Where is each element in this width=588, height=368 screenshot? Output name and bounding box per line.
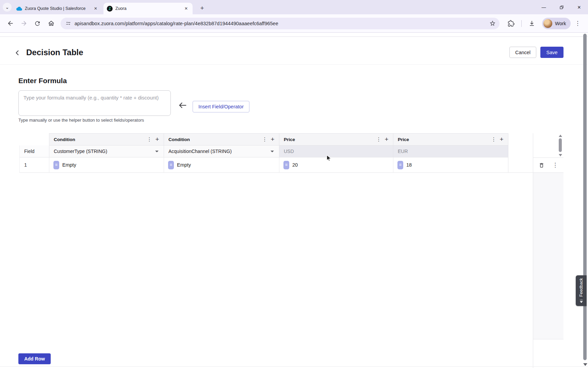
new-tab-button[interactable]: + bbox=[197, 3, 207, 13]
page-content: Decision Table Cancel Save Enter Formula… bbox=[0, 33, 588, 368]
tab-close-icon[interactable]: ✕ bbox=[183, 5, 189, 12]
operator-badge[interactable]: = bbox=[397, 161, 403, 169]
minimize-button[interactable]: — bbox=[535, 0, 553, 14]
field-dropdown-customertype[interactable]: CustomerType (STRING) bbox=[49, 145, 164, 157]
window-controls: — ✕ bbox=[535, 0, 588, 14]
column-menu-icon[interactable]: ⋮ bbox=[375, 136, 382, 142]
column-header-price-2: Price ⋮ + bbox=[393, 133, 508, 145]
column-menu-icon[interactable]: ⋮ bbox=[490, 136, 497, 142]
zuora-favicon: Z bbox=[107, 6, 113, 12]
operator-badge[interactable]: = bbox=[53, 161, 59, 169]
megaphone-icon bbox=[579, 299, 584, 303]
cell-value[interactable]: Empty bbox=[177, 162, 191, 168]
row-menu-button[interactable]: ⋮ bbox=[552, 162, 558, 169]
cell-price-eur[interactable]: = 18 bbox=[393, 157, 508, 173]
table-vertical-scrollbar[interactable] bbox=[558, 134, 563, 156]
cancel-button[interactable]: Cancel bbox=[509, 47, 536, 58]
column-header-condition-1: Condition ⋮ + bbox=[49, 133, 164, 145]
download-icon bbox=[528, 20, 535, 27]
bottom-divider bbox=[0, 366, 588, 367]
avatar bbox=[543, 19, 552, 28]
cell-value[interactable]: 20 bbox=[292, 162, 298, 168]
scroll-down-icon[interactable] bbox=[559, 154, 562, 156]
browser-menu-button[interactable]: ⋮ bbox=[571, 17, 584, 30]
tab-zuora[interactable]: Z Zuora ✕ bbox=[103, 3, 193, 14]
reload-button[interactable] bbox=[31, 17, 44, 30]
column-header-condition-2: Condition ⋮ + bbox=[164, 133, 279, 145]
column-header-label: Condition bbox=[168, 137, 261, 142]
row-number: 1 bbox=[19, 157, 49, 173]
tab-salesforce[interactable]: Zuora Quote Studio | Salesforce ✕ bbox=[13, 3, 102, 14]
cell-price-usd[interactable]: = 20 bbox=[279, 157, 393, 173]
scroll-down-icon[interactable] bbox=[583, 363, 587, 366]
column-menu-icon[interactable]: ⋮ bbox=[261, 136, 268, 142]
column-menu-icon[interactable]: ⋮ bbox=[146, 136, 153, 142]
mouse-cursor bbox=[325, 154, 332, 164]
forward-nav-button[interactable] bbox=[18, 17, 30, 30]
trash-icon bbox=[539, 162, 544, 168]
decision-table: Condition ⋮ + Condition ⋮ + Price ⋮ + Pr… bbox=[19, 133, 533, 173]
salesforce-cloud-icon bbox=[16, 6, 22, 12]
add-column-icon[interactable]: + bbox=[497, 136, 506, 143]
browser-toolbar: apisandbox.zuora.com/platform/apps/catal… bbox=[0, 14, 588, 33]
home-button[interactable] bbox=[45, 17, 57, 30]
site-info-icon[interactable] bbox=[65, 20, 71, 26]
star-icon bbox=[489, 20, 496, 27]
formula-heading: Enter Formula bbox=[18, 77, 67, 85]
insert-field-operator-button[interactable]: Insert Field/Operator bbox=[193, 101, 249, 112]
formula-input[interactable] bbox=[18, 90, 171, 116]
chevron-down-icon bbox=[271, 151, 274, 152]
home-icon bbox=[48, 20, 55, 27]
url-text[interactable]: apisandbox.zuora.com/platform/apps/catal… bbox=[75, 21, 487, 26]
scrollbar-thumb[interactable] bbox=[559, 138, 562, 152]
field-dropdown-acquisitionchannel[interactable]: AcquisitionChannel (STRING) bbox=[164, 145, 279, 157]
cell-condition-1[interactable]: = Empty bbox=[49, 157, 164, 173]
gutter-cell bbox=[508, 145, 533, 157]
column-header-label: Condition bbox=[54, 137, 146, 142]
reload-icon bbox=[34, 20, 41, 27]
scrollbar-thumb[interactable] bbox=[583, 34, 587, 360]
operator-badge[interactable]: = bbox=[283, 161, 289, 169]
cell-value[interactable]: 18 bbox=[406, 162, 412, 168]
extensions-button[interactable] bbox=[505, 17, 517, 30]
profile-button[interactable]: Work bbox=[542, 18, 571, 29]
gutter-cell bbox=[508, 157, 533, 173]
page-scrollbar[interactable] bbox=[582, 33, 588, 368]
add-row-button[interactable]: Add Row bbox=[18, 353, 51, 364]
header-corner-cell bbox=[19, 133, 49, 145]
field-readonly-usd: USD bbox=[279, 145, 393, 157]
downloads-button[interactable] bbox=[526, 17, 538, 30]
save-button[interactable]: Save bbox=[540, 47, 564, 58]
browser-titlebar: ⌄ Zuora Quote Studio | Salesforce ✕ Z Zu… bbox=[0, 0, 588, 14]
cell-value[interactable]: Empty bbox=[62, 162, 76, 168]
add-column-icon[interactable]: + bbox=[268, 136, 277, 143]
restore-icon bbox=[559, 5, 564, 10]
column-header-price-1: Price ⋮ + bbox=[279, 133, 393, 145]
page-back-button[interactable] bbox=[12, 48, 22, 58]
delete-row-button[interactable] bbox=[539, 162, 544, 168]
column-header-label: Price bbox=[398, 137, 490, 142]
feedback-label: Feedback bbox=[579, 278, 584, 297]
cell-condition-2[interactable]: = Empty bbox=[164, 157, 279, 173]
add-column-icon[interactable]: + bbox=[153, 136, 162, 143]
operator-badge[interactable]: = bbox=[168, 161, 174, 169]
field-readonly-value: EUR bbox=[398, 149, 408, 154]
back-nav-button[interactable] bbox=[4, 17, 16, 30]
field-readonly-value: USD bbox=[284, 149, 294, 154]
field-readonly-eur: EUR bbox=[393, 145, 508, 157]
field-dropdown-value: CustomerType (STRING) bbox=[54, 149, 107, 154]
bookmark-star-button[interactable] bbox=[487, 18, 497, 29]
url-bar[interactable]: apisandbox.zuora.com/platform/apps/catal… bbox=[61, 18, 500, 29]
table-field-row: Field CustomerType (STRING) AcquisitionC… bbox=[19, 145, 533, 157]
column-header-label: Price bbox=[284, 137, 375, 142]
add-column-icon[interactable]: + bbox=[382, 136, 391, 143]
tab-close-icon[interactable]: ✕ bbox=[93, 5, 99, 12]
scroll-up-icon[interactable] bbox=[559, 135, 562, 137]
field-row-label: Field bbox=[19, 145, 49, 157]
feedback-tab[interactable]: Feedback bbox=[576, 275, 587, 306]
table-header-row: Condition ⋮ + Condition ⋮ + Price ⋮ + Pr… bbox=[19, 133, 533, 145]
restore-button[interactable] bbox=[553, 0, 570, 14]
tab-search-button[interactable]: ⌄ bbox=[3, 3, 12, 12]
close-window-button[interactable]: ✕ bbox=[570, 0, 588, 14]
chevron-down-icon bbox=[155, 151, 159, 152]
